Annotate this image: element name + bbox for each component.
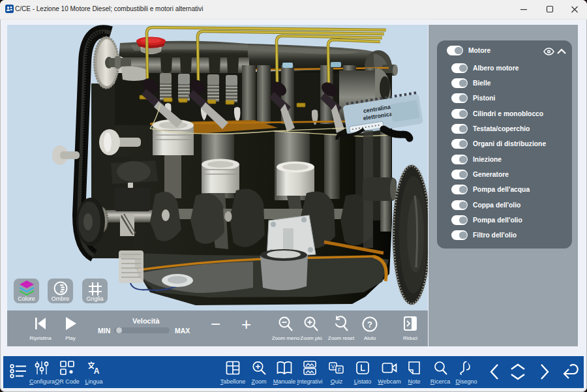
svg-text:F: F (338, 367, 341, 373)
svg-text:?: ? (367, 320, 372, 329)
svg-text:V: V (331, 363, 335, 370)
svg-text:A: A (94, 367, 100, 375)
